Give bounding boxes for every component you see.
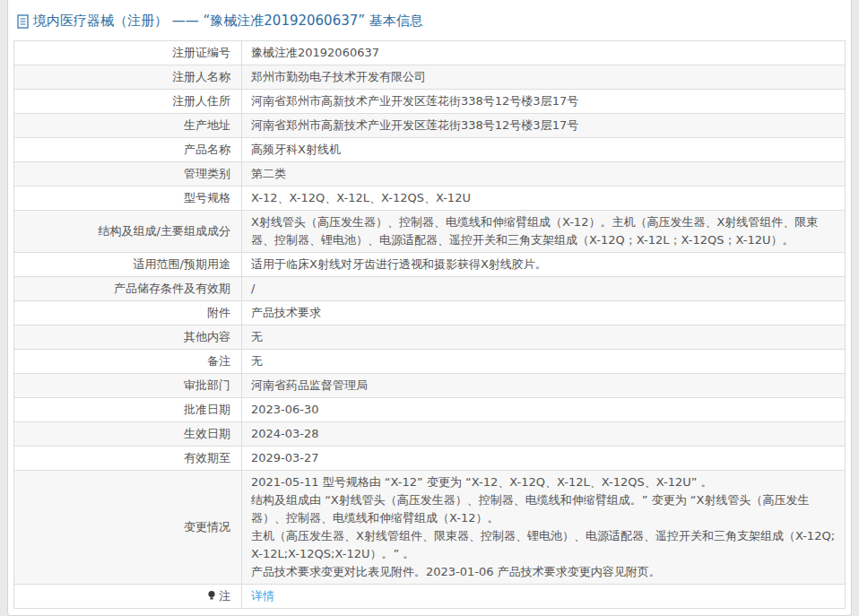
row-label-note: 注 xyxy=(14,585,242,609)
document-icon xyxy=(17,14,30,29)
row-value-note: 详情 xyxy=(242,585,846,609)
row-value-change-history: 2021-05-11 型号规格由 “X-12” 变更为 “X-12、X-12Q、… xyxy=(242,471,846,585)
table-row: 审批部门 河南省药品监督管理局 xyxy=(14,374,846,398)
table-row: 备注 无 xyxy=(14,350,846,374)
table-row: 注册证编号 豫械注准20192060637 xyxy=(14,41,846,65)
row-value: 第二类 xyxy=(242,162,846,187)
row-value: / xyxy=(242,277,846,301)
row-value: 河南省郑州市高新技术产业开发区莲花街338号12号楼3层17号 xyxy=(242,90,846,114)
table-row: 其他内容 无 xyxy=(14,325,846,350)
table-row: 注册人住所 河南省郑州市高新技术产业开发区莲花街338号12号楼3层17号 xyxy=(14,90,846,114)
row-label: 注册人名称 xyxy=(14,65,242,90)
row-value: 2029-03-27 xyxy=(242,447,846,471)
row-value: 产品技术要求 xyxy=(242,301,846,325)
row-label: 有效期至 xyxy=(14,447,242,471)
table-row: 附件 产品技术要求 xyxy=(14,301,846,325)
row-label: 适用范围/预期用途 xyxy=(14,253,242,277)
row-label: 产品名称 xyxy=(14,138,242,162)
table-row: 生效日期 2024-03-28 xyxy=(14,422,846,447)
row-label: 注册人住所 xyxy=(14,90,242,114)
table-row: 结构及组成/主要组成成分 X射线管头（高压发生器）、控制器、电缆线和伸缩臂组成（… xyxy=(14,211,846,253)
row-label: 注册证编号 xyxy=(14,41,242,65)
table-row: 产品名称 高频牙科X射线机 xyxy=(14,138,846,162)
row-label: 生产地址 xyxy=(14,114,242,138)
row-value: 无 xyxy=(242,350,846,374)
row-label: 变更情况 xyxy=(14,471,242,585)
row-value: X射线管头（高压发生器）、控制器、电缆线和伸缩臂组成（X-12）。主机（高压发生… xyxy=(242,211,846,253)
row-label: 管理类别 xyxy=(14,162,242,187)
table-row: 注册人名称 郑州市勤劲电子技术开发有限公司 xyxy=(14,65,846,90)
row-value: 河南省郑州市高新技术产业开发区莲花街338号12号楼3层17号 xyxy=(242,114,846,138)
table-row: 生产地址 河南省郑州市高新技术产业开发区莲花街338号12号楼3层17号 xyxy=(14,114,846,138)
row-value: 2023-06-30 xyxy=(242,398,846,422)
table-row-change-history: 变更情况 2021-05-11 型号规格由 “X-12” 变更为 “X-12、X… xyxy=(14,471,846,585)
row-label: 备注 xyxy=(14,350,242,374)
row-value: 高频牙科X射线机 xyxy=(242,138,846,162)
row-label: 批准日期 xyxy=(14,398,242,422)
table-row: 适用范围/预期用途 适用于临床X射线对牙齿进行透视和摄影获得X射线胶片。 xyxy=(14,253,846,277)
row-label: 其他内容 xyxy=(14,325,242,350)
table-row-note: 注 详情 xyxy=(14,585,846,609)
details-link[interactable]: 详情 xyxy=(251,589,274,603)
row-value: 适用于临床X射线对牙齿进行透视和摄影获得X射线胶片。 xyxy=(242,253,846,277)
table-row: 型号规格 X-12、X-12Q、X-12L、X-12QS、X-12U xyxy=(14,187,846,211)
row-value: X-12、X-12Q、X-12L、X-12QS、X-12U xyxy=(242,187,846,211)
row-value: 2024-03-28 xyxy=(242,422,846,447)
row-label: 生效日期 xyxy=(14,422,242,447)
table-row: 产品储存条件及有效期 / xyxy=(14,277,846,301)
table-row: 批准日期 2023-06-30 xyxy=(14,398,846,422)
row-label: 审批部门 xyxy=(14,374,242,398)
content-panel: 境内医疗器械（注册） —— “豫械注准20192060637” 基本信息 注册证… xyxy=(7,0,852,616)
page-title-bar: 境内医疗器械（注册） —— “豫械注准20192060637” 基本信息 xyxy=(13,0,846,40)
row-value: 郑州市勤劲电子技术开发有限公司 xyxy=(242,65,846,90)
row-label: 型号规格 xyxy=(14,187,242,211)
bulb-icon xyxy=(207,590,216,602)
table-row: 有效期至 2029-03-27 xyxy=(14,447,846,471)
row-value: 河南省药品监督管理局 xyxy=(242,374,846,398)
registration-info-table: 注册证编号 豫械注准20192060637 注册人名称 郑州市勤劲电子技术开发有… xyxy=(13,40,846,609)
row-label: 附件 xyxy=(14,301,242,325)
table-row: 管理类别 第二类 xyxy=(14,162,846,187)
row-label: 结构及组成/主要组成成分 xyxy=(14,211,242,253)
row-value: 豫械注准20192060637 xyxy=(242,41,846,65)
row-label: 产品储存条件及有效期 xyxy=(14,277,242,301)
page-title: 境内医疗器械（注册） —— “豫械注准20192060637” 基本信息 xyxy=(33,13,423,30)
row-value: 无 xyxy=(242,325,846,350)
